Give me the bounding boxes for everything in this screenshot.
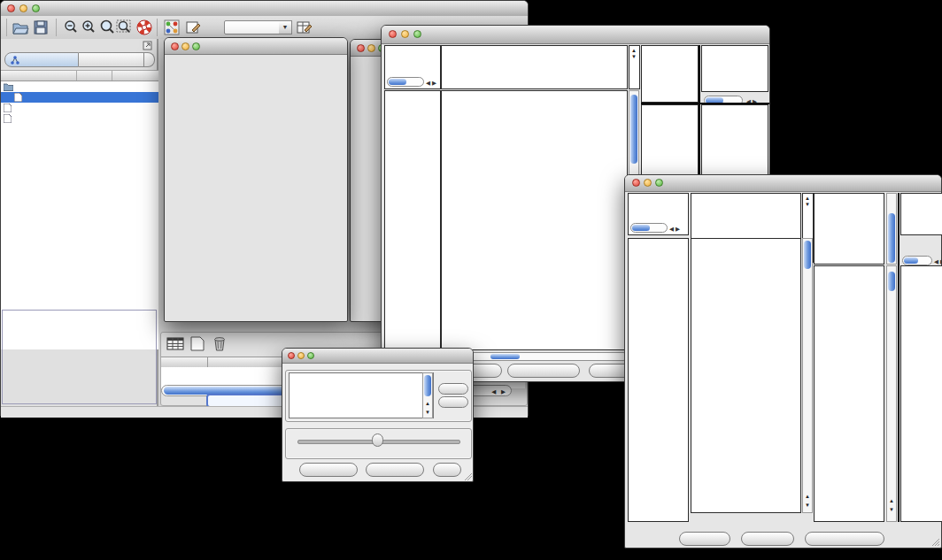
minimize-button[interactable]	[181, 42, 189, 50]
scroll-up-arrow[interactable]: ▲	[631, 48, 637, 54]
scroll-arrows[interactable]: ◀▶	[426, 78, 438, 88]
birdseye-view[interactable]	[2, 310, 157, 404]
network-canvas[interactable]	[166, 55, 348, 322]
array-dendrogram-panel[interactable]	[441, 45, 628, 89]
zoom-out-icon[interactable]	[63, 19, 79, 35]
export-graphics-button[interactable]	[805, 532, 884, 546]
titlebar[interactable]	[625, 175, 941, 192]
heatmap-panel[interactable]	[441, 90, 628, 350]
minimize-button[interactable]	[297, 352, 305, 359]
network-row-1[interactable]	[1, 81, 158, 92]
zoom-fit-icon[interactable]	[116, 19, 134, 35]
delete-attribute-icon[interactable]	[212, 335, 227, 351]
scroll-arrows[interactable]: ◀▶	[669, 224, 682, 234]
titlebar[interactable]	[382, 26, 769, 44]
export-graphics-button[interactable]	[507, 364, 580, 378]
save-session-icon[interactable]	[33, 19, 49, 35]
scroll-thumb[interactable]	[888, 213, 895, 263]
scroll-down-arrow[interactable]: ▼	[631, 54, 637, 60]
close-button[interactable]	[288, 352, 295, 359]
labels-vscrollbar[interactable]	[886, 193, 897, 265]
scroll-thumb[interactable]	[904, 257, 918, 264]
scroll-thumb[interactable]	[389, 79, 406, 85]
network-view-window	[164, 37, 348, 322]
close-button[interactable]	[171, 42, 179, 50]
float-panel-icon[interactable]	[143, 41, 152, 50]
close-button[interactable]	[357, 44, 365, 52]
scroll-thumb[interactable]	[424, 375, 431, 396]
tab-network[interactable]	[4, 52, 79, 67]
minimize-button[interactable]	[401, 30, 409, 38]
close-button[interactable]	[389, 30, 397, 38]
search-input[interactable]	[224, 20, 281, 35]
scroll-thumb[interactable]	[490, 354, 520, 359]
minimize-button[interactable]	[19, 4, 27, 12]
animate-vizmap-button[interactable]	[299, 463, 358, 477]
move-up-button[interactable]	[438, 383, 468, 395]
heatmap-strip-panel[interactable]	[691, 238, 801, 513]
zoom-window-button[interactable]	[655, 179, 663, 187]
scroll-up-arrow[interactable]: ▲	[889, 498, 894, 504]
gene-dendrogram-panel[interactable]	[384, 90, 441, 350]
create-vizmap-button[interactable]	[366, 463, 424, 477]
zoom-window-button[interactable]	[32, 4, 40, 12]
close-button[interactable]	[7, 4, 15, 12]
edit-annotation-icon[interactable]	[185, 19, 201, 35]
scroll-up-arrow[interactable]: ▲	[425, 401, 430, 407]
attribute-table-icon[interactable]	[297, 19, 313, 35]
dendrogram-scroll-stub[interactable]: ▲ ▼	[629, 45, 640, 89]
done-button[interactable]	[433, 463, 461, 477]
scroll-arrows[interactable]: ◀ ▶	[491, 387, 507, 396]
list-vscrollbar[interactable]: ▲ ▼	[422, 372, 433, 418]
move-down-button[interactable]	[438, 396, 468, 408]
main-titlebar[interactable]	[1, 1, 528, 17]
tab-more-button[interactable]	[144, 52, 155, 67]
scroll-thumb[interactable]	[804, 241, 811, 269]
scroll-thumb[interactable]	[888, 272, 895, 291]
resize-grip[interactable]	[464, 472, 472, 480]
zoom-vscrollbar[interactable]: ▲ ▼	[886, 265, 897, 522]
scroll-down-arrow[interactable]: ▼	[889, 507, 894, 513]
zoom-in-icon[interactable]	[81, 19, 97, 35]
toolbar-separator	[157, 19, 158, 36]
scroll-up-arrow[interactable]: ▲	[805, 196, 810, 202]
zoom-window-button[interactable]	[413, 30, 421, 38]
help-lifering-icon[interactable]	[135, 19, 153, 36]
panel-divider	[699, 45, 700, 175]
new-attribute-icon[interactable]	[190, 336, 205, 351]
search-dropdown-button[interactable]: ▼	[279, 20, 292, 35]
vizmap-nodes-icon[interactable]	[164, 19, 180, 35]
network-row-2-selected[interactable]	[1, 92, 158, 103]
gene-dendrogram-panel[interactable]	[628, 238, 689, 522]
strip-vscrollbar[interactable]: ▲ ▼	[802, 238, 813, 513]
scroll-down-arrow[interactable]: ▼	[805, 502, 810, 509]
titlebar[interactable]	[282, 349, 473, 364]
similarity-matrix[interactable]	[647, 106, 693, 152]
hints-scrollbar[interactable]	[902, 256, 932, 265]
status-scrollbar[interactable]	[630, 223, 668, 233]
status-scrollbar[interactable]	[387, 77, 424, 87]
network-row-4[interactable]	[1, 113, 158, 124]
zoom-matrix-panel[interactable]	[641, 104, 699, 175]
zoom-selected-icon[interactable]	[98, 19, 116, 35]
scroll-thumb[interactable]	[630, 95, 637, 164]
zoom-heatmap-panel[interactable]	[814, 265, 884, 522]
resize-grip[interactable]	[930, 537, 939, 546]
zoom-window-button[interactable]	[307, 352, 314, 359]
save-data-button[interactable]	[741, 532, 794, 546]
close-button[interactable]	[632, 179, 640, 187]
open-session-icon[interactable]	[12, 19, 29, 35]
minimize-button[interactable]	[644, 179, 652, 187]
settings-button[interactable]	[679, 532, 730, 546]
minimize-button[interactable]	[367, 44, 375, 52]
scroll-down-arrow[interactable]: ▼	[805, 202, 810, 208]
titlebar[interactable]	[165, 38, 347, 55]
attribute-select-icon[interactable]	[166, 336, 184, 351]
scroll-up-arrow[interactable]: ▲	[805, 494, 810, 500]
zoom-window-button[interactable]	[192, 42, 200, 50]
network-row-3[interactable]	[1, 103, 158, 113]
tab-vizmapper[interactable]	[79, 52, 144, 67]
speed-slider-thumb[interactable]	[372, 433, 383, 447]
scroll-thumb[interactable]	[632, 225, 650, 231]
scroll-down-arrow[interactable]: ▼	[425, 410, 430, 416]
